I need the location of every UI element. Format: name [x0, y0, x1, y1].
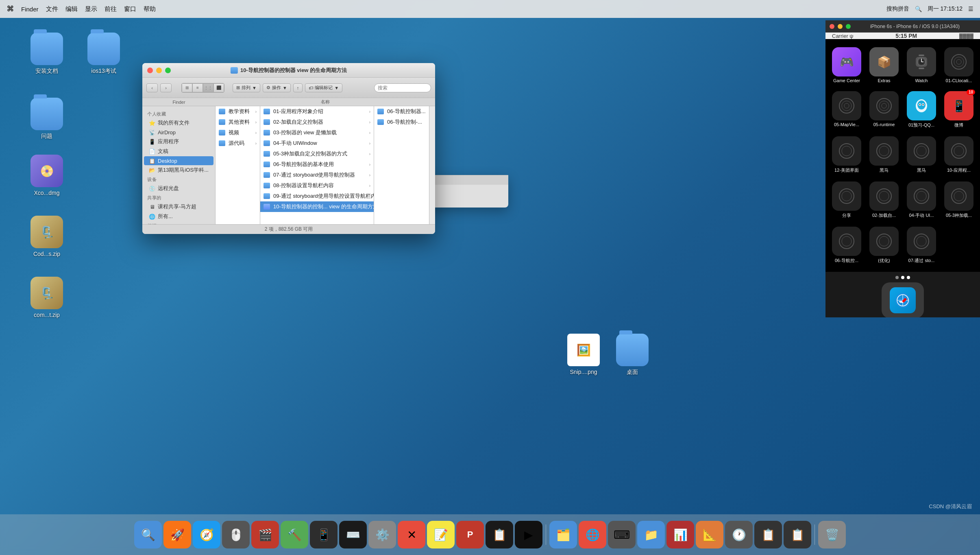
dock-evoc[interactable]: 📋: [486, 521, 513, 548]
col2-10[interactable]: 10-导航控制器的控制... view 的生命周期方法 ›: [260, 201, 374, 212]
sim-min-button[interactable]: [838, 24, 843, 29]
app-extras[interactable]: 📦 Extras: [869, 47, 899, 83]
col2-09[interactable]: 09-通过 storyboard使用导航控设置导航栏内容 ›: [260, 191, 374, 201]
dock-finder[interactable]: 🔍: [134, 521, 162, 548]
dock-mouse[interactable]: 🖱️: [222, 521, 250, 548]
share-button[interactable]: ↑: [293, 83, 303, 92]
menu-go[interactable]: 前往: [105, 5, 117, 13]
col3-06a[interactable]: 06-导航控制器...: [374, 106, 429, 117]
dock-notes[interactable]: 📝: [427, 521, 455, 548]
view-column-button[interactable]: ⋮⋮: [203, 83, 213, 92]
view-list-button[interactable]: ≡: [192, 83, 203, 92]
dock-xmind[interactable]: ✕: [398, 521, 425, 548]
menu-window[interactable]: 窗口: [124, 5, 136, 13]
col1-videoItem[interactable]: 视频 ›: [216, 127, 260, 138]
dock-more2[interactable]: 📋: [784, 521, 811, 548]
col2-06[interactable]: 06-导航控制器的基本使用 ›: [260, 159, 374, 170]
action-button[interactable]: ⚙ 操作 ▼: [263, 83, 291, 92]
page-dot-2[interactable]: [901, 276, 904, 279]
dock-clock[interactable]: 🕐: [725, 521, 753, 548]
col1-qitaLiaoItem[interactable]: 其他资料 ›: [216, 117, 260, 127]
menu-search-icon[interactable]: 🔍: [915, 6, 922, 12]
sort-button[interactable]: ⊞ 排列 ▼: [233, 83, 260, 92]
app-06-nav[interactable]: 06-导航控...: [832, 227, 861, 264]
sidebar-course-share[interactable]: 🖥 课程共享-马方超: [144, 202, 213, 212]
app-blackhorse1[interactable]: 黑马: [869, 136, 899, 173]
dock-xcode[interactable]: 🔨: [281, 521, 308, 548]
app-watch[interactable]: Watch: [907, 47, 936, 83]
col2-03[interactable]: 03-控制器的 view 是懒加载 ›: [260, 127, 374, 138]
app-12-meijie[interactable]: 12-美团界面: [832, 136, 861, 173]
dock-safari[interactable]: 🧭: [193, 521, 220, 548]
bookmark-button[interactable]: 🏷 编辑标记 ▼: [305, 83, 342, 92]
app-05-runtime[interactable]: 05-runtime: [869, 91, 899, 128]
menu-view[interactable]: 显示: [85, 5, 97, 13]
dock-dvd[interactable]: 🎬: [251, 521, 279, 548]
dock-more1[interactable]: 📋: [754, 521, 782, 548]
window-close-button[interactable]: [147, 68, 153, 73]
col1-jiaoXueLiaoItem[interactable]: 教学资料 ›: [216, 106, 260, 117]
col2-05[interactable]: 05-3种加载自定义控制器的方式 ›: [260, 149, 374, 159]
menu-help[interactable]: 帮助: [144, 5, 156, 13]
dock-launchpad[interactable]: 🚀: [163, 521, 191, 548]
desktop-icon-desktop[interactable]: 桌面: [610, 334, 655, 376]
app-weibo[interactable]: 📱 10 微博: [944, 91, 973, 128]
col2-01[interactable]: 01-应用程序对象介绍 ›: [260, 106, 374, 117]
back-button[interactable]: ‹: [146, 83, 158, 92]
app-01-qq[interactable]: 01预习-QQ...: [907, 91, 936, 128]
desktop-icon-install[interactable]: 安装文档: [24, 33, 69, 75]
window-minimize-button[interactable]: [156, 68, 162, 73]
col2-04[interactable]: 04-手动 UIWindow ›: [260, 138, 374, 149]
sidebar-docs[interactable]: 📄 文稿: [144, 146, 213, 156]
app-10-app[interactable]: 10-应用程...: [944, 136, 973, 173]
app-02-add[interactable]: 02-加载自...: [869, 181, 899, 219]
dock-browser1[interactable]: 🌐: [579, 521, 606, 548]
dock-finder3[interactable]: 📁: [637, 521, 665, 548]
dock-pocket[interactable]: P: [456, 521, 484, 548]
desktop-icon-problem[interactable]: 问题: [24, 98, 69, 140]
sidebar-desktop[interactable]: 📋 Desktop: [144, 156, 213, 165]
app-01-clocation[interactable]: 01-CLlocati...: [944, 47, 973, 83]
desktop-icon-cod-zip[interactable]: 🗜️ Cod...s.zip: [24, 216, 69, 257]
sidebar-all[interactable]: 🌐 所有...: [144, 212, 213, 221]
desktop-icon-ios13[interactable]: ios13考试: [81, 33, 126, 75]
dock-xcode2[interactable]: ⌨: [608, 521, 636, 548]
desktop-icon-com-zip[interactable]: 🗜️ com...t.zip: [24, 277, 69, 318]
page-dot-3[interactable]: [907, 276, 910, 279]
window-maximize-button[interactable]: [165, 68, 171, 73]
sim-close-button[interactable]: [830, 24, 834, 29]
desktop-icon-xcode-dmg[interactable]: 📀 Xco...dmg: [24, 155, 69, 196]
sidebar-apps[interactable]: 📱 应用程序: [144, 137, 213, 146]
page-dot-1[interactable]: [895, 276, 899, 279]
col1-sourceCodeItem[interactable]: 源代码 ›: [216, 138, 260, 149]
menu-file[interactable]: 文件: [46, 5, 58, 13]
col2-07[interactable]: 07-通过 storyboard使用导航控制器 ›: [260, 170, 374, 180]
app-05-mapview[interactable]: 05-MapVie...: [832, 91, 861, 128]
menu-sougou[interactable]: 搜狗拼音: [886, 5, 909, 13]
desktop-icon-snip[interactable]: 🖼️ Snip....png: [561, 334, 606, 375]
dock-terminal[interactable]: ⌨️: [339, 521, 367, 548]
app-07-storyboard[interactable]: 07-通过 sto...: [907, 227, 936, 264]
app-optimize[interactable]: (优化): [869, 227, 899, 264]
dock-trash[interactable]: 🗑️: [818, 521, 846, 548]
col3-06b[interactable]: 06-导航控制-...: [374, 117, 429, 127]
dock-iphone-backup[interactable]: 📱: [310, 521, 338, 548]
col2-02[interactable]: 02-加载自定义控制器 ›: [260, 117, 374, 127]
sidebar-remote-disk[interactable]: 💿 远程光盘: [144, 184, 213, 193]
search-input[interactable]: [374, 83, 431, 92]
app-04-hand-ui[interactable]: 04-手动 UI...: [907, 181, 936, 219]
menu-finder[interactable]: Finder: [21, 6, 39, 13]
dock-black-terminal[interactable]: ▶: [515, 521, 542, 548]
sidebar-allfiles[interactable]: ⭐ 我的所有文件: [144, 118, 213, 128]
sim-max-button[interactable]: [846, 24, 851, 29]
app-game-center[interactable]: 🎮 Game Center: [832, 47, 861, 83]
menu-edit[interactable]: 编辑: [65, 5, 78, 13]
dock-sysprefs[interactable]: ⚙️: [368, 521, 396, 548]
app-share[interactable]: 分享: [832, 181, 861, 219]
col2-08[interactable]: 08-控制器设置导航栏内容 ›: [260, 180, 374, 191]
sidebar-blackhorse[interactable]: 📂 第13期黑马iOS学科...: [144, 165, 213, 175]
view-icon-button[interactable]: ⊞: [182, 83, 192, 92]
forward-button[interactable]: ›: [160, 83, 172, 92]
sidebar-airdrop[interactable]: 📡 AirDrop: [144, 128, 213, 137]
dock-pp2[interactable]: 📊: [666, 521, 694, 548]
